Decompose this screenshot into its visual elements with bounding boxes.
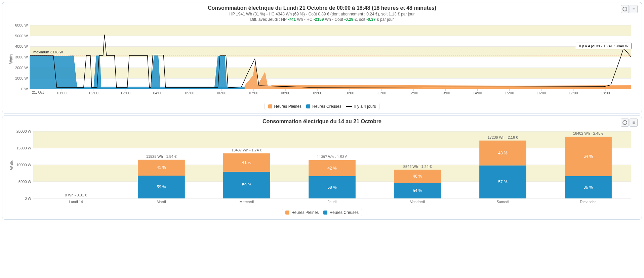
- diff-perday: -0.37: [366, 17, 375, 22]
- square-icon: [306, 104, 310, 108]
- svg-text:Vendredi: Vendredi: [410, 200, 425, 204]
- diff-mid3: €, soit: [353, 17, 366, 22]
- chart2-legend: Heures Pleines Heures Creuses: [282, 209, 362, 216]
- legend-label: Il y a 4 jours: [354, 104, 376, 109]
- svg-text:09:00: 09:00: [313, 91, 322, 95]
- svg-text:10:00: 10:00: [345, 91, 354, 95]
- svg-text:58 %: 58 %: [327, 185, 337, 190]
- svg-text:05:00: 05:00: [185, 91, 194, 95]
- chart-menu-button[interactable]: ≡: [630, 119, 638, 127]
- svg-text:54 %: 54 %: [413, 188, 422, 193]
- svg-text:13437 Wh - 1.74 €: 13437 Wh - 1.74 €: [232, 148, 262, 152]
- svg-text:57 %: 57 %: [498, 180, 508, 184]
- diff-mid2: Wh - Coût: [324, 17, 344, 22]
- max-annotation: maximum 3178 W: [33, 50, 63, 54]
- chart-reset-zoom-button[interactable]: [621, 119, 629, 127]
- legend-label: Heures Pleines: [291, 210, 319, 215]
- diff-hp: -741: [288, 17, 296, 22]
- svg-text:11397 Wh - 1.53 €: 11397 Wh - 1.53 €: [317, 155, 347, 159]
- svg-text:Jeudi: Jeudi: [328, 200, 336, 204]
- svg-rect-54: [33, 131, 631, 148]
- svg-text:18:00: 18:00: [601, 91, 610, 95]
- legend-label: Heures Creuses: [312, 104, 341, 109]
- svg-text:07:00: 07:00: [249, 91, 258, 95]
- xaxis-start-label: 21. Oct: [32, 90, 44, 94]
- svg-text:36 %: 36 %: [583, 185, 593, 190]
- series-hc-baseline: [77, 87, 245, 89]
- svg-text:18402 Wh - 2.45 €: 18402 Wh - 2.45 €: [573, 131, 603, 135]
- legend-label: Heures Pleines: [274, 104, 301, 109]
- svg-text:42 %: 42 %: [327, 166, 337, 171]
- chart-menu-button[interactable]: ≡: [630, 5, 638, 13]
- svg-text:12:00: 12:00: [409, 91, 418, 95]
- svg-text:59 %: 59 %: [157, 185, 166, 189]
- chart1-legend: Heures Pleines Heures Creuses Il y a 4 j…: [265, 103, 380, 110]
- svg-text:13:00: 13:00: [441, 91, 450, 95]
- square-icon: [323, 211, 327, 215]
- diff-prefix: Diff. avec Jeudi : HP: [250, 17, 288, 22]
- svg-text:4000 W: 4000 W: [15, 44, 28, 48]
- chart2-title: Consommation électrique du 14 au 21 Octo…: [6, 119, 638, 125]
- svg-text:04:00: 04:00: [153, 91, 162, 95]
- svg-text:Mardi: Mardi: [157, 200, 166, 204]
- svg-text:0 Wh - 0.31 €: 0 Wh - 0.31 €: [65, 193, 87, 197]
- svg-text:11:00: 11:00: [377, 91, 386, 95]
- svg-text:6000 W: 6000 W: [15, 23, 28, 27]
- legend-item-hc[interactable]: Heures Creuses: [306, 104, 341, 109]
- svg-rect-2: [30, 68, 631, 79]
- svg-text:06:00: 06:00: [217, 91, 226, 95]
- svg-text:59 %: 59 %: [242, 183, 251, 187]
- svg-text:08:00: 08:00: [281, 91, 290, 95]
- svg-text:03:00: 03:00: [121, 91, 130, 95]
- chart1-subtitle: HP 1941 Wh (31 %) - HC 4348 Wh (69 %) - …: [6, 12, 638, 16]
- legend-label: Heures Creuses: [329, 210, 359, 215]
- legend-item-hp[interactable]: Heures Pleines: [268, 104, 301, 109]
- line-icon: [346, 106, 352, 107]
- square-icon: [285, 211, 289, 215]
- square-icon: [268, 104, 272, 108]
- svg-text:02:00: 02:00: [89, 91, 98, 95]
- svg-text:16:00: 16:00: [537, 91, 546, 95]
- diff-cost: -0.29: [344, 17, 353, 22]
- chart2-plot[interactable]: 0 W5000 W10000 W15000 W20000 W Watts 0 W…: [6, 125, 638, 207]
- svg-text:15000 W: 15000 W: [16, 146, 32, 150]
- weekly-consumption-panel: ≡ Consommation électrique du 14 au 21 Oc…: [2, 115, 642, 220]
- svg-text:15:00: 15:00: [505, 91, 514, 95]
- svg-text:17236 Wh - 2.16 €: 17236 Wh - 2.16 €: [488, 135, 518, 139]
- svg-text:41 %: 41 %: [157, 165, 166, 170]
- svg-text:41 %: 41 %: [242, 160, 251, 165]
- svg-text:20000 W: 20000 W: [16, 129, 32, 133]
- chart1-diffline: Diff. avec Jeudi : HP -741 Wh - HC -2159…: [6, 17, 638, 22]
- svg-text:46 %: 46 %: [413, 174, 422, 179]
- daily-consumption-panel: ≡ Consommation électrique du Lundi 21 Oc…: [2, 2, 642, 113]
- chart-reset-zoom-button[interactable]: [621, 5, 629, 13]
- svg-text:2000 W: 2000 W: [15, 66, 28, 70]
- chart2-ylabel: Watts: [9, 160, 14, 170]
- chart1-plot[interactable]: 0 W1000 W2000 W3000 W4000 W5000 W6000 W …: [6, 22, 638, 101]
- svg-text:5000 W: 5000 W: [18, 180, 31, 184]
- legend-item-ref[interactable]: Il y a 4 jours: [346, 104, 376, 109]
- legend-item-hp[interactable]: Heures Pleines: [285, 210, 319, 215]
- svg-text:14:00: 14:00: [473, 91, 482, 95]
- svg-text:01:00: 01:00: [57, 91, 66, 95]
- svg-text:11525 Wh - 1.54 €: 11525 Wh - 1.54 €: [146, 154, 176, 158]
- svg-text:43 %: 43 %: [498, 151, 508, 155]
- chart-controls: ≡: [621, 119, 638, 127]
- svg-text:5000 W: 5000 W: [15, 34, 28, 38]
- chart1-ylabel: Watts: [9, 54, 13, 64]
- diff-suffix: € par jour: [376, 17, 394, 22]
- svg-text:10000 W: 10000 W: [16, 163, 32, 167]
- chart1-title: Consommation électrique du Lundi 21 Octo…: [6, 5, 638, 11]
- svg-text:Lundi 14: Lundi 14: [69, 200, 83, 204]
- svg-text:Dimanche: Dimanche: [580, 200, 596, 204]
- series-reference-line: [30, 35, 631, 88]
- svg-text:Samedi: Samedi: [496, 200, 509, 204]
- legend-item-hc[interactable]: Heures Creuses: [323, 210, 359, 215]
- diff-hc: -2159: [314, 17, 324, 22]
- svg-text:3000 W: 3000 W: [15, 55, 28, 59]
- svg-text:0 W: 0 W: [21, 87, 28, 91]
- svg-text:0 W: 0 W: [25, 196, 31, 200]
- svg-text:1000 W: 1000 W: [15, 76, 28, 80]
- svg-rect-1: [30, 46, 631, 57]
- svg-text:17:00: 17:00: [569, 91, 578, 95]
